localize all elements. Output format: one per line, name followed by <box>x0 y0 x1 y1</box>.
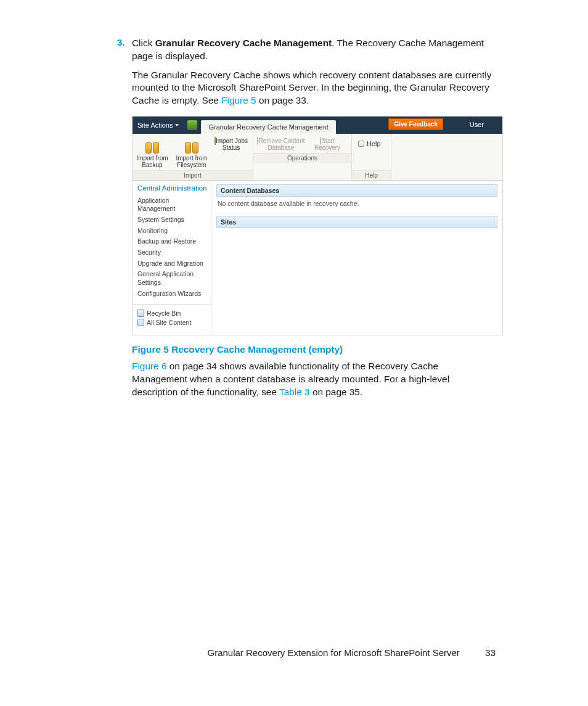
table-3-link[interactable]: Table 3 <box>279 387 310 397</box>
sidebar-item-general-app-settings[interactable]: General Application Settings <box>137 270 207 287</box>
site-actions-label: Site Actions <box>137 121 173 129</box>
sidebar-all-site-content[interactable]: All Site Content <box>137 319 207 326</box>
sidebar-recycle-bin-label: Recycle Bin <box>147 310 181 317</box>
ribbon: Import from Backup Import from Filesyste… <box>133 134 502 181</box>
ribbon-tab-cache-management[interactable]: Granular Recovery Cache Management <box>201 120 335 134</box>
sidebar-item-upgrade-migration[interactable]: Upgrade and Migration <box>137 260 207 268</box>
site-content-icon <box>137 319 144 326</box>
paragraph-3: Figure 6 on page 34 shows available func… <box>132 360 496 398</box>
sidebar-item-backup-restore[interactable]: Backup and Restore <box>137 237 207 246</box>
database-icon <box>142 138 162 154</box>
database-icon <box>182 138 202 154</box>
help-icon <box>358 141 364 147</box>
p2-pre: The Granular Recovery Cache shows which … <box>132 70 491 106</box>
sidebar-recycle-bin[interactable]: Recycle Bin <box>137 310 207 317</box>
section-header-content-databases: Content Databases <box>216 184 497 197</box>
btn-l1: Start <box>321 138 334 144</box>
figure-5-link[interactable]: Figure 5 <box>221 95 256 105</box>
screenshot-body: Central Administration Application Manag… <box>133 181 502 335</box>
paragraph-1: Click Granular Recovery Cache Management… <box>132 37 496 63</box>
help-button[interactable]: Help <box>358 140 384 147</box>
start-recovery-button[interactable]: Start Recovery <box>309 136 346 153</box>
btn-l1: Import from <box>136 155 168 162</box>
btn-l2: Filesystem <box>177 162 206 168</box>
btn-l2: Backup <box>142 162 162 168</box>
sidebar-separator <box>133 304 211 305</box>
sharepoint-topbar: Site Actions Granular Recovery Cache Man… <box>133 117 502 134</box>
figure-5-caption: Figure 5 Recovery Cache Management (empt… <box>132 344 496 355</box>
import-from-backup-button[interactable]: Import from Backup <box>133 136 172 170</box>
sidebar-item-monitoring[interactable]: Monitoring <box>137 227 207 236</box>
footer-title: Granular Recovery Extension for Microsof… <box>207 647 459 658</box>
p3-post: on page 35. <box>310 387 363 397</box>
ribbon-group-label-operations: Operations <box>253 153 351 163</box>
site-actions-menu[interactable]: Site Actions <box>133 117 184 134</box>
main-content-area: Content Databases No content database av… <box>211 181 502 335</box>
sidebar-item-config-wizards[interactable]: Configuration Wizards <box>137 290 207 298</box>
btn-l2: Database <box>268 144 295 151</box>
p1-pre: Click <box>132 38 155 48</box>
section-header-sites: Sites <box>216 216 497 228</box>
ribbon-group-import: Import from Backup Import from Filesyste… <box>133 134 253 180</box>
list-number: 3. <box>117 37 125 47</box>
btn-l1: Remove Content <box>258 138 304 144</box>
page-footer: Granular Recovery Extension for Microsof… <box>117 647 496 658</box>
page-number: 33 <box>473 647 496 658</box>
give-feedback-button[interactable]: Give Feedback <box>388 118 443 130</box>
figure-6-link[interactable]: Figure 6 <box>132 361 166 371</box>
p2-post: on page 33. <box>256 95 309 105</box>
user-menu[interactable]: User <box>470 121 484 128</box>
remove-content-database-button[interactable]: Remove Content Database <box>253 136 309 153</box>
content-databases-empty-message: No content database available in recover… <box>216 199 497 216</box>
sidebar-item-system-settings[interactable]: System Settings <box>137 216 207 224</box>
chevron-down-icon <box>175 124 179 126</box>
sidebar-item-security[interactable]: Security <box>137 248 207 257</box>
import-from-filesystem-button[interactable]: Import from Filesystem <box>172 136 211 170</box>
help-label: Help <box>367 140 381 147</box>
paragraph-2: The Granular Recovery Cache shows which … <box>132 69 496 107</box>
ribbon-group-label-help: Help <box>352 170 391 180</box>
ribbon-group-help: Help Help <box>352 134 391 180</box>
sidebar-heading-central-admin[interactable]: Central Administration <box>137 184 207 193</box>
ribbon-group-operations: Remove Content Database Start Recovery O… <box>253 134 352 180</box>
quicklaunch-sidebar: Central Administration Application Manag… <box>133 181 211 335</box>
sidebar-all-site-content-label: All Site Content <box>147 319 191 326</box>
p1-bold: Granular Recovery Cache Management <box>155 38 332 48</box>
screenshot-figure: Site Actions Granular Recovery Cache Man… <box>132 116 503 335</box>
btn-l1: Import from <box>176 155 207 162</box>
btn-l1: Import Jobs <box>216 138 248 144</box>
sidebar-item-application-management[interactable]: Application Management <box>137 197 207 213</box>
ribbon-group-label-import: Import <box>133 170 253 180</box>
btn-l2: Recovery <box>314 144 340 151</box>
document-icon <box>214 137 216 145</box>
import-jobs-status-button[interactable]: Import Jobs Status <box>211 136 251 170</box>
navigate-up-icon[interactable] <box>187 120 197 130</box>
btn-l2: Status <box>223 144 240 151</box>
recycle-bin-icon <box>137 310 144 317</box>
